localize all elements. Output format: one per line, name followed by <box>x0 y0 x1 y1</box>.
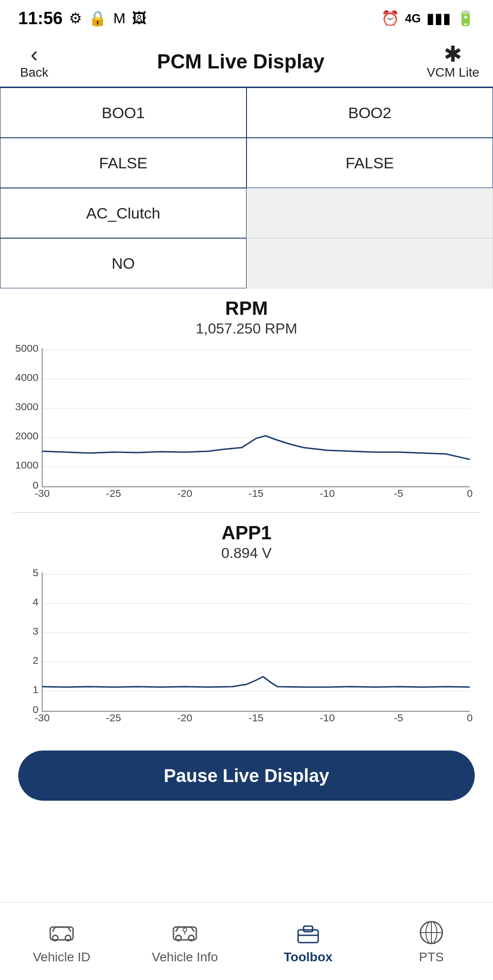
bool-empty-bottom <box>246 238 493 288</box>
toolbox-icon <box>294 919 322 946</box>
svg-text:1000: 1000 <box>15 459 38 470</box>
svg-text:-25: -25 <box>106 712 121 723</box>
nav-label-vehicle-id: Vehicle ID <box>33 950 90 964</box>
settings-icon: ⚙ <box>69 10 82 27</box>
rpm-chart-svg: 5000 4000 3000 2000 1000 0 <box>14 344 479 499</box>
back-icon: ‹ <box>31 43 38 65</box>
svg-text:5: 5 <box>32 568 38 579</box>
svg-text:2: 2 <box>32 655 38 666</box>
svg-text:4: 4 <box>32 596 38 607</box>
back-label: Back <box>20 65 48 80</box>
svg-text:-5: -5 <box>394 488 403 499</box>
svg-text:1: 1 <box>32 684 38 695</box>
lock-icon: 🔒 <box>89 10 107 27</box>
nav-item-vehicle-info[interactable]: Vehicle Info <box>123 919 246 964</box>
status-right: ⏰ 4G ▮▮▮ 🔋 <box>381 10 475 27</box>
nav-item-vehicle-id[interactable]: Vehicle ID <box>0 919 123 964</box>
4g-icon: 4G <box>405 11 421 26</box>
header: ‹ Back PCM Live Display ✱ VCM Lite <box>0 36 493 87</box>
svg-text:-20: -20 <box>177 712 192 723</box>
svg-text:-15: -15 <box>248 712 263 723</box>
battery-icon: 🔋 <box>456 10 475 27</box>
svg-text:-10: -10 <box>320 488 335 499</box>
bool-label-boo1: BOO1 <box>0 88 246 138</box>
alarm-icon: ⏰ <box>381 10 399 27</box>
pause-button-wrap: Pause Live Display <box>0 737 493 814</box>
bool-label-boo2: BOO2 <box>246 88 493 138</box>
status-left: 11:56 ⚙ 🔒 M 🖼 <box>18 9 147 28</box>
pts-icon <box>418 919 445 946</box>
svg-text:3000: 3000 <box>15 401 38 412</box>
svg-text:5000: 5000 <box>15 344 38 354</box>
pause-live-display-button[interactable]: Pause Live Display <box>18 751 475 801</box>
bottom-nav: Vehicle ID Vehicle Info Toolbox PTS <box>0 902 493 980</box>
svg-text:-30: -30 <box>35 488 50 499</box>
bool-value-acclutch: NO <box>0 238 246 288</box>
back-button[interactable]: ‹ Back <box>14 43 55 80</box>
nav-label-toolbox: Toolbox <box>284 950 333 964</box>
gmail-icon: M <box>113 10 126 27</box>
svg-text:3: 3 <box>32 626 38 636</box>
bool-value-boo1: FALSE <box>0 138 246 188</box>
nav-label-vehicle-info: Vehicle Info <box>152 950 218 964</box>
nav-item-toolbox[interactable]: Toolbox <box>246 919 370 964</box>
app1-chart-block: APP1 0.894 V 5 4 3 2 1 0 <box>14 522 479 723</box>
status-bar: 11:56 ⚙ 🔒 M 🖼 ⏰ 4G ▮▮▮ 🔋 <box>0 0 493 36</box>
charts-section: RPM 1,057.250 RPM 5000 4000 3000 2000 10… <box>0 288 493 723</box>
svg-point-48 <box>183 928 187 932</box>
bool-label-acclutch: AC_Clutch <box>0 188 246 238</box>
vcm-lite-label: VCM Lite <box>427 65 479 80</box>
bluetooth-icon: ✱ <box>444 43 462 65</box>
svg-text:0: 0 <box>467 488 473 499</box>
svg-text:0: 0 <box>467 712 473 723</box>
status-time: 11:56 <box>18 9 63 28</box>
bool-value-boo2: FALSE <box>246 138 493 188</box>
svg-text:-30: -30 <box>35 712 50 723</box>
rpm-chart-subtitle: 1,057.250 RPM <box>14 320 479 337</box>
svg-text:-10: -10 <box>320 712 335 723</box>
rpm-chart-block: RPM 1,057.250 RPM 5000 4000 3000 2000 10… <box>14 297 479 499</box>
svg-text:-5: -5 <box>394 712 403 723</box>
app1-chart-title: APP1 <box>14 522 479 544</box>
svg-text:-20: -20 <box>177 488 192 499</box>
signal-icon: ▮▮▮ <box>426 10 451 27</box>
rpm-chart-area: 5000 4000 3000 2000 1000 0 <box>14 344 479 499</box>
svg-rect-51 <box>304 926 313 932</box>
svg-text:-25: -25 <box>106 488 121 499</box>
bool-grid: BOO1 BOO2 FALSE FALSE AC_Clutch NO <box>0 87 493 288</box>
vehicle-id-icon <box>48 919 75 946</box>
app1-chart-svg: 5 4 3 2 1 0 -30 <box>14 568 479 723</box>
nav-label-pts: PTS <box>419 950 444 964</box>
chart-separator-1 <box>14 512 479 513</box>
photo-icon: 🖼 <box>132 10 147 27</box>
page-title: PCM Live Display <box>55 50 427 73</box>
svg-text:4000: 4000 <box>15 372 38 383</box>
svg-text:2000: 2000 <box>15 430 38 441</box>
vcm-lite-button[interactable]: ✱ VCM Lite <box>427 43 479 80</box>
app1-chart-area: 5 4 3 2 1 0 -30 <box>14 568 479 723</box>
vehicle-info-icon <box>171 919 199 946</box>
bool-empty-top <box>246 188 493 238</box>
nav-item-pts[interactable]: PTS <box>370 919 493 964</box>
app1-chart-subtitle: 0.894 V <box>14 545 479 562</box>
svg-text:-15: -15 <box>248 488 263 499</box>
rpm-chart-title: RPM <box>14 297 479 319</box>
main-content: BOO1 BOO2 FALSE FALSE AC_Clutch NO RPM 1… <box>0 87 493 897</box>
